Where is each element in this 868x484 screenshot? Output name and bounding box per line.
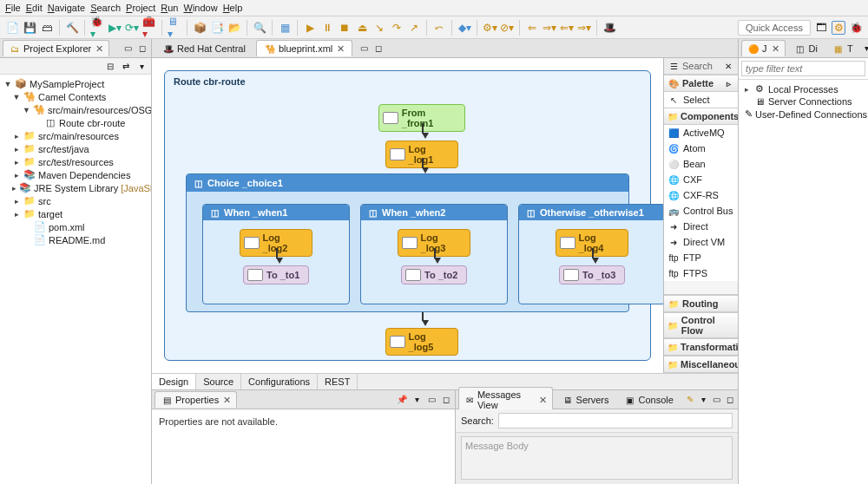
twisty-icon[interactable]: ▸	[12, 171, 21, 180]
palette-item[interactable]: ➜Direct VM	[664, 234, 738, 250]
menu-navigate[interactable]: Navigate	[48, 3, 85, 13]
servers-tab[interactable]: 🖥 Servers	[556, 391, 615, 408]
close-icon[interactable]: ✕	[223, 395, 231, 406]
terminate-icon[interactable]: ⏹	[338, 21, 352, 35]
drop-frame-icon[interactable]: ⤺	[432, 21, 446, 35]
clear-icon[interactable]: ✕	[722, 60, 734, 72]
palette-menu-icon[interactable]: ☰	[667, 60, 680, 72]
twisty-icon[interactable]: ▼	[23, 106, 30, 114]
debug-perspective-icon[interactable]: 🐞	[849, 21, 863, 35]
new-icon[interactable]: 📄	[5, 21, 19, 35]
tree-row[interactable]: 🖥Server Connections	[740, 95, 866, 108]
twisty-icon[interactable]: ▼	[12, 93, 21, 101]
menu-search[interactable]: Search	[90, 3, 121, 13]
tree-row[interactable]: ▼🐪Camel Contexts	[2, 90, 149, 103]
clear-icon[interactable]: ✎	[685, 394, 695, 406]
palette-section[interactable]: 📁Transformation	[664, 338, 738, 356]
tree-row[interactable]: ▸📁target	[2, 207, 149, 220]
view-menu-icon[interactable]: ▾	[411, 394, 423, 406]
back-history-icon[interactable]: ⇐▾	[560, 21, 574, 35]
messages-view-tab[interactable]: ✉ Messages View ✕	[458, 387, 553, 412]
palette-item[interactable]: 🌐CXF	[664, 172, 738, 187]
twisty-icon[interactable]: ▸	[12, 132, 21, 141]
fuse-perspective-icon[interactable]: ⚙	[832, 21, 845, 35]
step-into-icon[interactable]: ↘	[372, 21, 386, 35]
palette-header[interactable]: 🎨 Palette ▹	[664, 75, 738, 92]
search-icon[interactable]: 🔍	[253, 21, 266, 35]
tree-row[interactable]: ▸📁src	[2, 194, 149, 207]
twisty-icon[interactable]: ▸	[12, 210, 21, 219]
message-body-area[interactable]: Message Body	[461, 436, 733, 480]
forward-history-icon[interactable]: ⇒▾	[577, 21, 591, 35]
maximize-icon[interactable]: ◻	[136, 43, 148, 55]
tree-row[interactable]: ▸⚙Local Processes	[740, 82, 866, 95]
view-menu-icon[interactable]: ▾	[135, 60, 148, 72]
tree-row[interactable]: ▼🐪src/main/resources/OSGI-INF	[2, 103, 149, 116]
step-return-icon[interactable]: ↗	[407, 21, 421, 35]
palette-section[interactable]: 📁Control Flow	[664, 312, 738, 338]
debug-icon[interactable]: 🐞▾	[90, 21, 104, 35]
palette-section-components[interactable]: 📁 Components	[664, 108, 738, 125]
link-editor-icon[interactable]: ⇄	[120, 60, 132, 72]
maximize-icon[interactable]: ◻	[440, 394, 452, 406]
palette-item[interactable]: ⚪Bean	[664, 156, 738, 172]
node-to2[interactable]: To _to2	[401, 265, 467, 285]
messages-search-input[interactable]	[498, 413, 733, 428]
run-last-icon[interactable]: ⟳▾	[125, 21, 139, 35]
suspend-icon[interactable]: ⏸	[320, 21, 334, 35]
palette-item[interactable]: 🌀Atom	[664, 141, 738, 156]
resume-icon[interactable]: ▶	[303, 21, 317, 35]
tab-configurations[interactable]: Configurations	[241, 374, 318, 389]
palette-item[interactable]: ftpFTP	[664, 250, 738, 265]
back-icon[interactable]: ⇐	[525, 21, 539, 35]
tree-row[interactable]: ▸📚JRE System Library [JavaSE-1.8]	[2, 181, 149, 194]
tab-design[interactable]: Design	[152, 374, 196, 389]
console-tab[interactable]: ▣ Console	[618, 391, 680, 408]
close-icon[interactable]: ✕	[337, 43, 345, 55]
menu-project[interactable]: Project	[126, 3, 155, 13]
palette-item[interactable]: 🚌Control Bus	[664, 203, 738, 219]
breakpoint-icon[interactable]: ◆▾	[457, 21, 471, 35]
menu-edit[interactable]: Edit	[26, 3, 43, 13]
node-choice[interactable]: ◫ Choice _choice1 ◫When _when1 Log _log2…	[186, 173, 629, 312]
align-icon[interactable]: ▦	[278, 21, 292, 35]
save-all-icon[interactable]: 🗃	[40, 21, 54, 35]
quick-access-input[interactable]: Quick Access	[738, 20, 811, 36]
step-over-icon[interactable]: ↷	[390, 21, 404, 35]
new-server-icon[interactable]: 🖥▾	[168, 21, 181, 35]
branch-otherwise[interactable]: ◫Otherwise _otherwise1 Log _log4 To _to3	[518, 204, 663, 304]
run-icon[interactable]: ▶▾	[108, 21, 122, 35]
jmx-filter-input[interactable]	[741, 61, 865, 76]
palette-search-placeholder[interactable]: Search	[682, 61, 720, 71]
external-tools-icon[interactable]: 🧰▾	[142, 21, 156, 35]
collapse-all-icon[interactable]: ⊟	[104, 60, 116, 72]
branch-when1[interactable]: ◫When _when1 Log _log2 To _to1	[202, 204, 350, 304]
palette-item[interactable]: ftpFTPS	[664, 265, 738, 281]
palette-item[interactable]: 🌐CXF-RS	[664, 187, 738, 203]
minimize-icon[interactable]: ▭	[425, 394, 437, 406]
twisty-icon[interactable]: ▸	[742, 85, 751, 94]
redhat-icon[interactable]: 🎩	[602, 21, 616, 35]
tree-row[interactable]: 📄README.md	[2, 233, 149, 246]
save-icon[interactable]: 💾	[23, 21, 36, 35]
palette-section[interactable]: 📁Routing	[664, 295, 738, 312]
menu-help[interactable]: Help	[223, 3, 243, 13]
terminal-tab[interactable]: ▦ T	[826, 40, 859, 56]
tab-rest[interactable]: REST	[318, 374, 358, 389]
twisty-icon[interactable]: ▸	[12, 145, 21, 154]
twisty-icon[interactable]: ▸	[12, 184, 16, 193]
disconnect-icon[interactable]: ⏏	[355, 21, 369, 35]
minimize-icon[interactable]: ▭	[358, 43, 370, 55]
minimize-icon[interactable]: ▭	[711, 394, 721, 406]
tree-row[interactable]: ▼📦MySampleProject	[2, 77, 149, 90]
perspective-switcher-icon[interactable]: 🗔	[814, 21, 828, 35]
tab-redhat-central[interactable]: 🎩 Red Hat Central	[155, 40, 253, 56]
tab-source[interactable]: Source	[196, 374, 241, 389]
tab-blueprint-xml[interactable]: 🐪 blueprint.xml ✕	[256, 40, 352, 56]
open-type-icon[interactable]: 📂	[227, 21, 241, 35]
build-icon[interactable]: 🔨	[65, 21, 79, 35]
tree-row[interactable]: ▸📚Maven Dependencies	[2, 168, 149, 181]
skip-breakpoints-icon[interactable]: ⊘▾	[500, 21, 514, 35]
palette-section[interactable]: 📁Miscellaneous	[664, 356, 738, 373]
node-log5[interactable]: Log _log5	[385, 328, 458, 356]
